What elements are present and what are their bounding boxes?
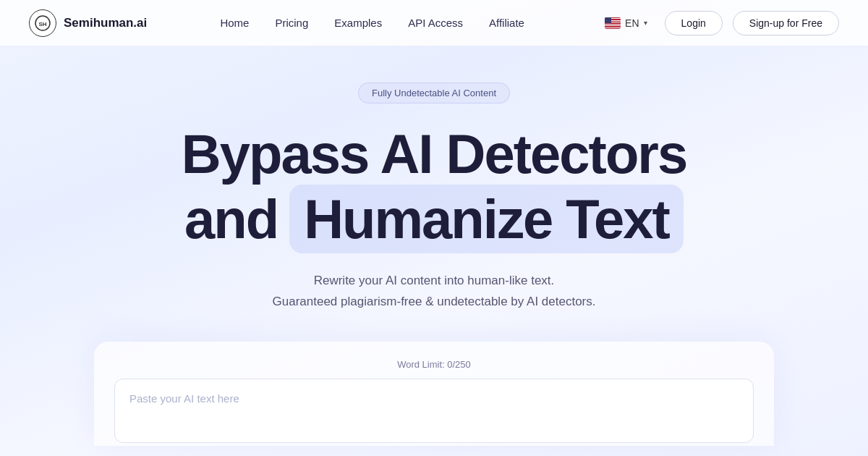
nav-link-api-access[interactable]: API Access xyxy=(408,17,463,29)
hero-section: Fully Undetectable AI Content Bypass AI … xyxy=(0,46,868,456)
logo-icon: SH xyxy=(29,9,56,37)
nav-links: Home Pricing Examples API Access Affilia… xyxy=(220,17,524,30)
language-selector[interactable]: EN ▾ xyxy=(597,13,654,33)
nav-link-pricing[interactable]: Pricing xyxy=(275,17,308,29)
login-button[interactable]: Login xyxy=(665,11,723,35)
logo-text: Semihuman.ai xyxy=(64,16,147,30)
hero-subtitle-line1: Rewrite your AI content into human-like … xyxy=(314,274,555,287)
nav-link-home[interactable]: Home xyxy=(220,17,249,29)
hero-title-and: and xyxy=(184,187,278,250)
hero-subtitle: Rewrite your AI content into human-like … xyxy=(273,271,596,313)
ai-text-input[interactable] xyxy=(114,379,754,443)
word-limit: Word Limit: 0/250 xyxy=(114,359,754,370)
chevron-down-icon: ▾ xyxy=(644,19,647,27)
svg-text:SH: SH xyxy=(38,21,46,28)
nav-link-examples[interactable]: Examples xyxy=(334,17,382,29)
nav-right: EN ▾ Login Sign-up for Free xyxy=(597,11,839,35)
nav-link-affiliate[interactable]: Affiliate xyxy=(489,17,524,29)
hero-badge: Fully Undetectable AI Content xyxy=(358,83,510,104)
signup-button[interactable]: Sign-up for Free xyxy=(733,11,839,35)
hero-title-highlight: Humanize Text xyxy=(289,185,684,253)
hero-title-line1: Bypass AI Detectors xyxy=(182,124,686,185)
tool-area: Word Limit: 0/250 xyxy=(94,342,774,446)
navbar: SH Semihuman.ai Home Pricing Examples AP… xyxy=(0,0,868,46)
lang-label: EN xyxy=(625,17,639,29)
hero-subtitle-line2: Guaranteed plagiarism-free & undetectabl… xyxy=(273,295,596,308)
flag-icon xyxy=(605,17,621,29)
hero-title-line2: and Humanize Text xyxy=(184,185,684,253)
logo-link[interactable]: SH Semihuman.ai xyxy=(29,9,147,37)
